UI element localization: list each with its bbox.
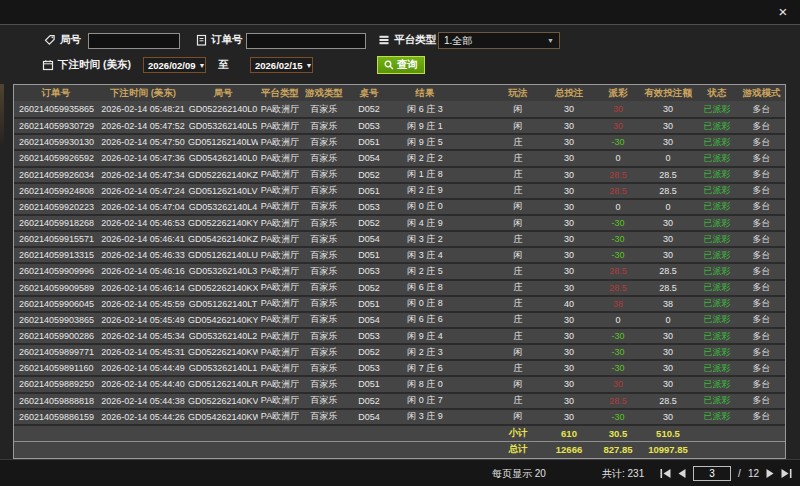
cell-bet-time: 2026-02-14 05:46:53 [98,218,188,228]
cell-play: 庄 [494,297,542,310]
cell-payout: 0 [596,202,640,212]
page-size-text: 每页显示 20 [492,460,546,486]
table-row: 260214059930130 2026-02-14 05:47:50 GD05… [14,133,785,149]
cell-result: 闲 2 庄 9 [392,184,458,197]
cell-total-bet: 30 [542,153,596,163]
column-header: 有效投注额 [640,87,696,100]
cell-total-bet: 30 [542,363,596,373]
table-row: 260214059886159 2026-02-14 05:44:26 GD05… [14,408,785,424]
cell-payout: -30 [596,412,640,422]
cell-payout: 30 [596,379,640,389]
first-page-button[interactable] [660,469,671,478]
cell-payout: 0 [596,153,640,163]
cell-table-no: D054 [346,315,392,325]
previous-page-button[interactable] [678,469,686,478]
table-row: 260214059920223 2026-02-14 05:47:04 GD05… [14,198,785,214]
cell-platform: PA欧洲厅 [258,249,302,262]
cell-table-no: D054 [346,153,392,163]
cell-order-id: 260214059915571 [14,234,98,244]
cell-bet-time: 2026-02-14 05:47:50 [98,137,188,147]
table-row: 260214059926592 2026-02-14 05:47:36 GD05… [14,149,785,165]
next-page-button[interactable] [766,469,774,478]
cell-platform: PA欧洲厅 [258,217,302,230]
cell-payout: 30 [596,121,640,131]
cell-order-id: 260214059926592 [14,153,98,163]
table-row: 260214059913315 2026-02-14 05:46:33 GD05… [14,246,785,262]
cell-table-no: D052 [346,170,392,180]
cell-payout: 38 [596,299,640,309]
cell-platform: PA欧洲厅 [258,152,302,165]
order-id-input[interactable] [246,33,366,49]
cell-bet-time: 2026-02-14 05:45:59 [98,299,188,309]
subtotal-payout: 30.5 [596,428,640,439]
cell-platform: PA欧洲厅 [258,265,302,278]
cell-bet-time: 2026-02-14 05:44:49 [98,363,188,373]
cell-status: 已派彩 [696,265,738,278]
table-row: 260214059891160 2026-02-14 05:44:49 GD05… [14,359,785,375]
cell-game-type: 百家乐 [302,136,346,149]
cell-bet-time: 2026-02-14 05:45:31 [98,347,188,357]
cell-total-bet: 40 [542,299,596,309]
cell-bet-time: 2026-02-14 05:44:40 [98,379,188,389]
table-row: 260214059899771 2026-02-14 05:45:31 GD05… [14,343,785,359]
cell-total-bet: 30 [542,283,596,293]
cell-play: 庄 [494,362,542,375]
table-row: 260214059909589 2026-02-14 05:46:14 GD05… [14,279,785,295]
cell-table-no: D051 [346,379,392,389]
total-valid-bet: 10997.85 [640,444,696,455]
cell-status: 已派彩 [696,330,738,343]
cell-order-id: 260214059899771 [14,347,98,357]
cell-total-bet: 30 [542,250,596,260]
cell-table-no: D052 [346,104,392,114]
search-icon [384,60,394,70]
last-page-button[interactable] [781,469,792,478]
cell-round-id: GD052262140L0 [188,104,258,114]
date-to-picker[interactable]: 2026/02/15 ▼ [250,57,313,73]
cell-total-bet: 30 [542,218,596,228]
cell-bet-time: 2026-02-14 05:44:38 [98,396,188,406]
cell-total-bet: 30 [542,347,596,357]
cell-status: 已派彩 [696,200,738,213]
cell-play: 庄 [494,152,542,165]
cell-bet-time: 2026-02-14 05:46:16 [98,266,188,276]
cell-game-mode: 多台 [738,346,785,359]
cell-bet-time: 2026-02-14 05:47:36 [98,153,188,163]
cell-status: 已派彩 [696,168,738,181]
current-page-input[interactable] [693,466,731,481]
column-header: 平台类型 [258,87,302,100]
cell-result: 闲 6 庄 6 [392,313,458,326]
cell-game-type: 百家乐 [302,249,346,262]
chevron-down-icon: ▼ [199,62,206,69]
search-button[interactable]: 查询 [377,56,425,74]
column-header: 玩法 [494,87,542,100]
cell-status: 已派彩 [696,281,738,294]
cell-result: 闲 9 庄 5 [392,136,458,149]
cell-payout: 28.5 [596,266,640,276]
cell-platform: PA欧洲厅 [258,313,302,326]
close-icon[interactable]: × [774,3,792,21]
column-header: 局号 [188,87,258,100]
cell-play: 庄 [494,136,542,149]
cell-valid-bet: 30 [640,234,696,244]
cell-order-id: 260214059906045 [14,299,98,309]
cell-game-mode: 多台 [738,249,785,262]
cell-round-id: GD051262140LT [188,299,258,309]
date-from-picker[interactable]: 2026/02/09 ▼ [143,57,206,73]
cell-payout: -30 [596,137,640,147]
cell-table-no: D053 [346,363,392,373]
cell-round-id: GD053262140L3 [188,266,258,276]
cell-play: 庄 [494,330,542,343]
column-header: 结果 [392,87,458,100]
cell-round-id: GD053262140L5 [188,121,258,131]
cell-total-bet: 30 [542,379,596,389]
platform-type-select[interactable]: 1.全部 ▼ [438,32,560,49]
cell-result: 闲 0 庄 7 [392,394,458,407]
column-header: 状态 [696,87,738,100]
cell-game-mode: 多台 [738,168,785,181]
cell-status: 已派彩 [696,233,738,246]
cell-bet-time: 2026-02-14 05:45:34 [98,331,188,341]
subtotal-total-bet: 610 [542,428,596,439]
cell-payout: 0 [596,315,640,325]
cell-payout: -30 [596,347,640,357]
round-id-input[interactable] [88,33,180,49]
